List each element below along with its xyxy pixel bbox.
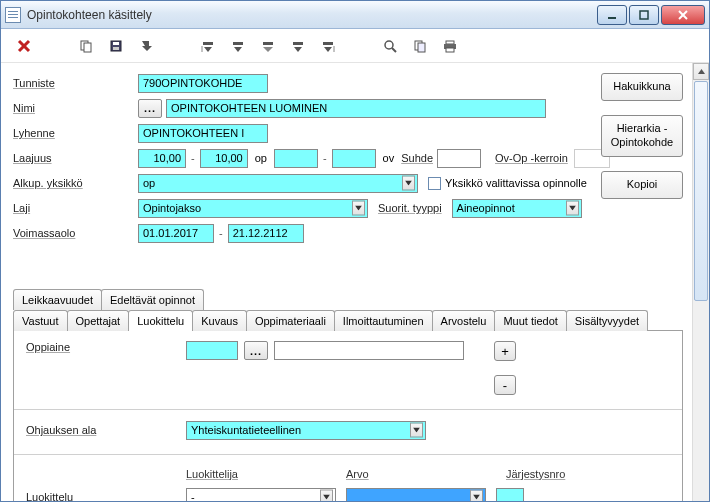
hierarkia-button[interactable]: Hierarkia - Opintokohde bbox=[601, 115, 683, 157]
minimize-button[interactable] bbox=[597, 5, 627, 25]
oppiaine-lookup-button[interactable]: ... bbox=[244, 341, 268, 360]
tab-panel-luokittelu: Oppiaine ... + - Ohjauksen ala bbox=[13, 330, 683, 501]
svg-rect-16 bbox=[323, 42, 333, 45]
titlebar[interactable]: Opintokohteen käsittely bbox=[1, 1, 709, 29]
oppiaine-label: Oppiaine bbox=[26, 341, 186, 353]
hakuikkuna-button[interactable]: Hakuikkuna bbox=[601, 73, 683, 101]
export-icon[interactable] bbox=[133, 33, 159, 59]
svg-rect-15 bbox=[293, 42, 303, 45]
nav-next-icon[interactable] bbox=[285, 33, 311, 59]
nimi-label: Nimi bbox=[13, 102, 138, 114]
ohjauksen-value: Yhteiskuntatieteellinen bbox=[191, 424, 301, 436]
alkup-value: op bbox=[143, 177, 155, 189]
app-window: Opintokohteen käsittely Hakuikkuna Hiera… bbox=[0, 0, 710, 502]
tunniste-label: Tunniste bbox=[13, 77, 138, 89]
arvo-dropdown[interactable] bbox=[346, 488, 486, 502]
chevron-down-icon bbox=[410, 423, 423, 438]
nimi-lookup-button[interactable]: ... bbox=[138, 99, 162, 118]
search-icon[interactable] bbox=[377, 33, 403, 59]
tab-edeltavat[interactable]: Edeltävät opinnot bbox=[101, 289, 204, 310]
col-luokittelija: Luokittelija bbox=[186, 468, 346, 483]
lyhenne-value: OPINTOKOHTEEN I bbox=[138, 124, 268, 143]
yksikko-checkbox[interactable] bbox=[428, 177, 441, 190]
ohjauksen-dropdown[interactable]: Yhteiskuntatieteellinen bbox=[186, 421, 426, 440]
luokittelu-row-label: Luokittelu bbox=[26, 491, 186, 501]
chevron-down-icon bbox=[470, 490, 483, 502]
alkup-label: Alkup. yksikkö bbox=[13, 177, 138, 189]
laajuus-max[interactable]: 10,00 bbox=[200, 149, 248, 168]
maximize-button[interactable] bbox=[629, 5, 659, 25]
tunniste-value: 790OPINTOKOHDE bbox=[138, 74, 268, 93]
cancel-icon[interactable] bbox=[11, 33, 37, 59]
laajuus-ov-max[interactable] bbox=[332, 149, 376, 168]
laji-dropdown[interactable]: Opintojakso bbox=[138, 199, 368, 218]
nav-first-icon[interactable] bbox=[195, 33, 221, 59]
svg-rect-22 bbox=[446, 41, 454, 44]
form-area: Hakuikkuna Hierarkia - Opintokohde Kopio… bbox=[1, 63, 709, 501]
tab-ilmoittautuminen[interactable]: Ilmoittautuminen bbox=[334, 310, 433, 331]
toolbar bbox=[1, 29, 709, 63]
suorit-label: Suorit. tyyppi bbox=[378, 202, 442, 214]
tab-sisaltyvyydet[interactable]: Sisältyvyydet bbox=[566, 310, 648, 331]
voimassa-to[interactable]: 21.12.2112 bbox=[228, 224, 304, 243]
yksikko-label: Yksikkö valittavissa opinnolle bbox=[445, 177, 587, 189]
chevron-down-icon bbox=[320, 490, 333, 502]
suorit-value: Aineopinnot bbox=[457, 202, 515, 214]
svg-rect-24 bbox=[446, 48, 454, 52]
svg-rect-7 bbox=[84, 43, 91, 52]
tab-muut[interactable]: Muut tiedot bbox=[494, 310, 566, 331]
print-icon[interactable] bbox=[437, 33, 463, 59]
svg-point-18 bbox=[385, 41, 393, 49]
chevron-down-icon bbox=[402, 176, 415, 191]
tab-arvostelu[interactable]: Arvostelu bbox=[432, 310, 496, 331]
tabs-container: Leikkaavuudet Edeltävät opinnot Vastuut … bbox=[13, 289, 683, 501]
tab-oppimateriaali[interactable]: Oppimateriaali bbox=[246, 310, 335, 331]
oppiaine-remove-button[interactable]: - bbox=[494, 375, 516, 395]
ovop-label: Ov-Op -kerroin bbox=[495, 152, 568, 164]
oppiaine-code[interactable] bbox=[186, 341, 238, 360]
voimassa-label: Voimassaolo bbox=[13, 227, 138, 239]
lyhenne-label: Lyhenne bbox=[13, 127, 138, 139]
scroll-thumb[interactable] bbox=[694, 81, 708, 301]
luokittelija-dropdown[interactable]: - bbox=[186, 488, 336, 502]
nav-prev-icon[interactable] bbox=[225, 33, 251, 59]
suorit-dropdown[interactable]: Aineopinnot bbox=[452, 199, 582, 218]
tab-opettajat[interactable]: Opettajat bbox=[67, 310, 130, 331]
chevron-down-icon bbox=[352, 201, 365, 216]
jarjestys-input[interactable] bbox=[496, 488, 524, 502]
nav-mid-icon[interactable] bbox=[255, 33, 281, 59]
luokittelija-value: - bbox=[191, 491, 195, 501]
oppiaine-name[interactable] bbox=[274, 341, 464, 360]
window-title: Opintokohteen käsittely bbox=[27, 8, 597, 22]
suhde-input[interactable] bbox=[437, 149, 481, 168]
col-jarjestys: Järjestysnro bbox=[506, 468, 565, 483]
alkup-dropdown[interactable]: op bbox=[138, 174, 418, 193]
chevron-down-icon bbox=[566, 201, 579, 216]
svg-rect-11 bbox=[203, 42, 213, 45]
copy-icon[interactable] bbox=[73, 33, 99, 59]
oppiaine-add-button[interactable]: + bbox=[494, 341, 516, 361]
nav-last-icon[interactable] bbox=[315, 33, 341, 59]
scroll-up-icon[interactable] bbox=[693, 63, 709, 80]
voimassa-from[interactable]: 01.01.2017 bbox=[138, 224, 214, 243]
tab-luokittelu[interactable]: Luokittelu bbox=[128, 310, 193, 331]
nimi-value[interactable]: OPINTOKOHTEEN LUOMINEN bbox=[166, 99, 546, 118]
laajuus-min[interactable]: 10,00 bbox=[138, 149, 186, 168]
suhde-label: Suhde bbox=[401, 152, 433, 164]
svg-rect-21 bbox=[418, 43, 425, 52]
tab-vastuut[interactable]: Vastuut bbox=[13, 310, 68, 331]
ohjauksen-label: Ohjauksen ala bbox=[26, 424, 186, 436]
svg-rect-10 bbox=[113, 47, 119, 50]
laajuus-label: Laajuus bbox=[13, 152, 138, 164]
svg-rect-9 bbox=[113, 42, 119, 45]
scrollbar[interactable] bbox=[692, 63, 709, 501]
tab-leikkaavuudet[interactable]: Leikkaavuudet bbox=[13, 289, 102, 310]
laajuus-ov-min[interactable] bbox=[274, 149, 318, 168]
kopioi-button[interactable]: Kopioi bbox=[601, 171, 683, 199]
svg-rect-1 bbox=[640, 11, 648, 19]
col-arvo: Arvo bbox=[346, 468, 506, 483]
window-close-button[interactable] bbox=[661, 5, 705, 25]
save-icon[interactable] bbox=[103, 33, 129, 59]
refresh-icon[interactable] bbox=[407, 33, 433, 59]
tab-kuvaus[interactable]: Kuvaus bbox=[192, 310, 247, 331]
